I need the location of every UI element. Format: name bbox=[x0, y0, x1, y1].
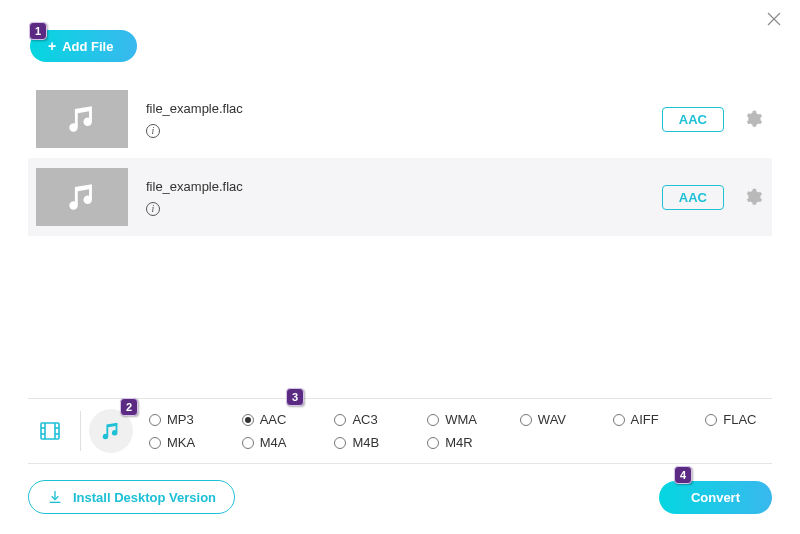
radio-icon bbox=[242, 414, 254, 426]
format-label: MKA bbox=[167, 435, 195, 450]
install-desktop-button[interactable]: Install Desktop Version bbox=[28, 480, 235, 514]
file-format-button[interactable]: AAC bbox=[662, 107, 724, 132]
file-name: file_example.flac bbox=[146, 179, 644, 194]
add-file-label: Add File bbox=[62, 39, 113, 54]
install-desktop-label: Install Desktop Version bbox=[73, 490, 216, 505]
format-label: FLAC bbox=[723, 412, 756, 427]
format-label: WMA bbox=[445, 412, 477, 427]
convert-button[interactable]: Convert bbox=[659, 481, 772, 514]
svg-rect-0 bbox=[41, 423, 59, 439]
format-label: M4R bbox=[445, 435, 472, 450]
radio-icon bbox=[613, 414, 625, 426]
file-row: file_example.flac i AAC bbox=[28, 80, 772, 158]
file-thumbnail bbox=[36, 90, 128, 148]
gear-icon bbox=[743, 187, 763, 207]
radio-icon bbox=[242, 437, 254, 449]
format-option-m4r[interactable]: M4R bbox=[427, 435, 494, 450]
file-row: file_example.flac i AAC bbox=[28, 158, 772, 236]
format-option-wav[interactable]: WAV bbox=[520, 412, 587, 427]
radio-icon bbox=[427, 437, 439, 449]
format-option-mka[interactable]: MKA bbox=[149, 435, 216, 450]
format-option-m4b[interactable]: M4B bbox=[334, 435, 401, 450]
convert-label: Convert bbox=[691, 490, 740, 505]
format-label: AIFF bbox=[631, 412, 659, 427]
radio-icon bbox=[427, 414, 439, 426]
callout-badge-3: 3 bbox=[286, 388, 304, 406]
music-icon bbox=[100, 420, 122, 442]
format-option-wma[interactable]: WMA bbox=[427, 412, 494, 427]
settings-button[interactable] bbox=[742, 186, 764, 208]
plus-icon: + bbox=[48, 38, 56, 54]
radio-icon bbox=[334, 437, 346, 449]
music-icon bbox=[65, 180, 99, 214]
format-option-m4a[interactable]: M4A bbox=[242, 435, 309, 450]
format-option-flac[interactable]: FLAC bbox=[705, 412, 772, 427]
video-tab[interactable] bbox=[28, 419, 72, 443]
radio-icon bbox=[334, 414, 346, 426]
download-icon bbox=[47, 489, 63, 505]
file-thumbnail bbox=[36, 168, 128, 226]
music-icon bbox=[65, 102, 99, 136]
format-option-mp3[interactable]: MP3 bbox=[149, 412, 216, 427]
radio-icon bbox=[705, 414, 717, 426]
file-list: file_example.flac i AAC file_example.fla… bbox=[28, 80, 772, 236]
file-name: file_example.flac bbox=[146, 101, 644, 116]
settings-button[interactable] bbox=[742, 108, 764, 130]
format-label: WAV bbox=[538, 412, 566, 427]
radio-icon bbox=[149, 414, 161, 426]
format-options: MP3AACAC3WMAWAVAIFFFLACMKAM4AM4BM4R bbox=[149, 412, 772, 450]
format-option-aiff[interactable]: AIFF bbox=[613, 412, 680, 427]
format-option-ac3[interactable]: AC3 bbox=[334, 412, 401, 427]
bottom-bar: Install Desktop Version Convert bbox=[28, 480, 772, 514]
info-icon[interactable]: i bbox=[146, 124, 160, 138]
format-label: MP3 bbox=[167, 412, 194, 427]
callout-badge-2: 2 bbox=[120, 398, 138, 416]
separator bbox=[80, 411, 81, 451]
format-label: M4A bbox=[260, 435, 287, 450]
file-format-button[interactable]: AAC bbox=[662, 185, 724, 210]
format-bar: MP3AACAC3WMAWAVAIFFFLACMKAM4AM4BM4R bbox=[28, 398, 772, 464]
radio-icon bbox=[149, 437, 161, 449]
format-label: AC3 bbox=[352, 412, 377, 427]
info-icon[interactable]: i bbox=[146, 202, 160, 216]
gear-icon bbox=[743, 109, 763, 129]
callout-badge-4: 4 bbox=[674, 466, 692, 484]
film-icon bbox=[38, 419, 62, 443]
format-option-aac[interactable]: AAC bbox=[242, 412, 309, 427]
close-button[interactable] bbox=[762, 10, 786, 34]
format-label: AAC bbox=[260, 412, 287, 427]
format-label: M4B bbox=[352, 435, 379, 450]
radio-icon bbox=[520, 414, 532, 426]
callout-badge-1: 1 bbox=[29, 22, 47, 40]
